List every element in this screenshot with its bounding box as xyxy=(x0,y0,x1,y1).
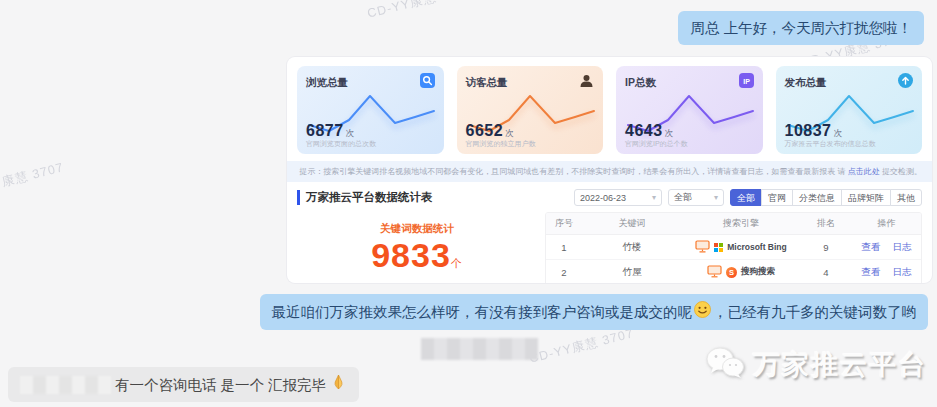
bing-logo-icon xyxy=(714,243,723,252)
tab-all[interactable]: 全部 xyxy=(730,189,762,206)
col-engine: 搜索引擎 xyxy=(682,213,800,235)
brand-watermark: 万家推云平台 xyxy=(705,346,927,384)
redacted-text xyxy=(421,338,538,360)
view-link[interactable]: 查看 xyxy=(861,241,880,252)
question-text-before: 最近咱们万家推效果怎么样呀，有没有接到客户咨询或是成交的呢 xyxy=(272,302,693,322)
card-subtitle: 官网浏览页面的总次数 xyxy=(306,139,376,149)
question-text-after: ，已经有九千多的关键词数了哟 xyxy=(713,302,916,322)
dashboard-image[interactable]: 浏览总量 6877次 官网浏览页面的总次数 访客总量 6652次 xyxy=(287,57,932,283)
col-keyword: 关键词 xyxy=(582,213,682,235)
log-link[interactable]: 日志 xyxy=(893,241,912,252)
tab-other[interactable]: 其他 xyxy=(890,189,922,206)
greeting-text: 周总 上午好，今天周六打扰您啦！ xyxy=(690,20,912,36)
stats-section: 万家推云平台数据统计表 2022-06-23▾ 全部▾ 全部 官网 分类信息 品… xyxy=(287,182,932,283)
tip-bar: 提示：搜索引擎关键词排名视频地域不同都会有变化，且同城同域也有差别，不排除实时查… xyxy=(287,161,932,182)
watermark: CD-YY康慧 3707 xyxy=(0,159,66,201)
card-value: 6652次 xyxy=(466,122,515,140)
smile-emoji xyxy=(694,301,711,323)
chat-bubble-question: 最近咱们万家推效果怎么样呀，有没有接到客户咨询或是成交的呢，已经有九千多的关键词… xyxy=(260,294,929,330)
cell-engine: Microsoft Bing xyxy=(682,235,800,260)
tip-suffix: 提交检测。 xyxy=(880,167,922,176)
chat-bubble-greeting: 周总 上午好，今天周六打扰您啦！ xyxy=(678,11,924,45)
brand-name: 万家推云平台 xyxy=(753,347,927,383)
cell-actions: 查看 日志 xyxy=(852,260,921,284)
cell-index: 1 xyxy=(546,235,582,260)
chevron-down-icon: ▾ xyxy=(652,193,656,202)
filter-tab-group: 全部 官网 分类信息 品牌矩阵 其他 xyxy=(730,189,922,206)
col-index: 序号 xyxy=(546,213,582,235)
cell-actions: 查看 日志 xyxy=(852,235,921,260)
col-rank: 排名 xyxy=(800,213,852,235)
cell-index: 2 xyxy=(546,260,582,284)
card-value: 6877次 xyxy=(306,122,355,140)
monitor-icon xyxy=(707,265,722,280)
redacted-text xyxy=(20,376,111,394)
chevron-down-icon: ▾ xyxy=(714,193,718,202)
table-header-row: 序号 关键词 搜索引擎 排名 操作 xyxy=(546,213,921,235)
table-row: 2 竹屋 S 搜狗搜索 4 xyxy=(546,260,921,284)
tab-brand[interactable]: 品牌矩阵 xyxy=(841,189,891,206)
card-subtitle: 官网浏览IP的总个数 xyxy=(625,139,688,149)
card-value: 10837次 xyxy=(785,122,843,140)
watermark: CD-YY康慧 3707 xyxy=(366,0,474,23)
watermark: CD-YY康慧 3707 xyxy=(528,325,636,367)
cell-keyword: 竹屋 xyxy=(582,260,682,284)
keyword-stat-label: 关键词数据统计 xyxy=(297,222,537,236)
card-value: 4643次 xyxy=(625,122,674,140)
chat-bubble-reply: 有一个咨询电话 是一个 汇报完毕 xyxy=(8,367,359,402)
view-link[interactable]: 查看 xyxy=(861,266,880,277)
keyword-table: 序号 关键词 搜索引擎 排名 操作 1 竹楼 xyxy=(545,212,922,283)
log-link[interactable]: 日志 xyxy=(893,266,912,277)
section-title: 万家推云平台数据统计表 xyxy=(297,190,433,205)
cell-keyword: 竹楼 xyxy=(582,235,682,260)
tip-text: 提示：搜索引擎关键词排名视频地域不同都会有变化，且同城同域也有差别，不排除实时查… xyxy=(299,167,847,176)
cell-engine: S 搜狗搜索 xyxy=(682,260,800,284)
folded-hands-emoji xyxy=(330,374,347,395)
sogou-logo-icon: S xyxy=(726,267,737,278)
wechat-logo-icon xyxy=(705,346,745,384)
stat-card-ip: IP总数 IP 4643次 官网浏览IP的总个数 xyxy=(616,66,763,154)
card-subtitle: 官网浏览的独立用户数 xyxy=(466,139,536,149)
monitor-icon xyxy=(695,240,710,255)
tip-link[interactable]: 点击此处 xyxy=(848,167,880,176)
cell-rank: 4 xyxy=(800,260,852,284)
stat-card-page-views: 浏览总量 6877次 官网浏览页面的总次数 xyxy=(297,66,444,154)
card-subtitle: 万家推云平台发布的信息总数 xyxy=(785,139,876,149)
chat-screen: CD-YY康慧 3707 CD-YY康慧 3707 CD-YY康慧 3707 C… xyxy=(0,0,937,407)
col-actions: 操作 xyxy=(852,213,921,235)
keyword-stat-value: 9833个 xyxy=(297,236,537,282)
stat-card-visitors: 访客总量 6652次 官网浏览的独立用户数 xyxy=(457,66,604,154)
keyword-stat: 关键词数据统计 9833个 xyxy=(297,212,537,283)
stat-card-publish: 发布总量 10837次 万家推云平台发布的信息总数 xyxy=(776,66,923,154)
tab-website[interactable]: 官网 xyxy=(761,189,793,206)
table-row: 1 竹楼 Microsoft Bing 9 xyxy=(546,235,921,260)
stat-cards-row: 浏览总量 6877次 官网浏览页面的总次数 访客总量 6652次 xyxy=(287,57,932,161)
reply-text: 有一个咨询电话 是一个 汇报完毕 xyxy=(115,375,326,395)
date-picker[interactable]: 2022-06-23▾ xyxy=(574,189,662,206)
scope-select[interactable]: 全部▾ xyxy=(668,189,724,206)
cell-rank: 9 xyxy=(800,235,852,260)
tab-classified[interactable]: 分类信息 xyxy=(792,189,842,206)
